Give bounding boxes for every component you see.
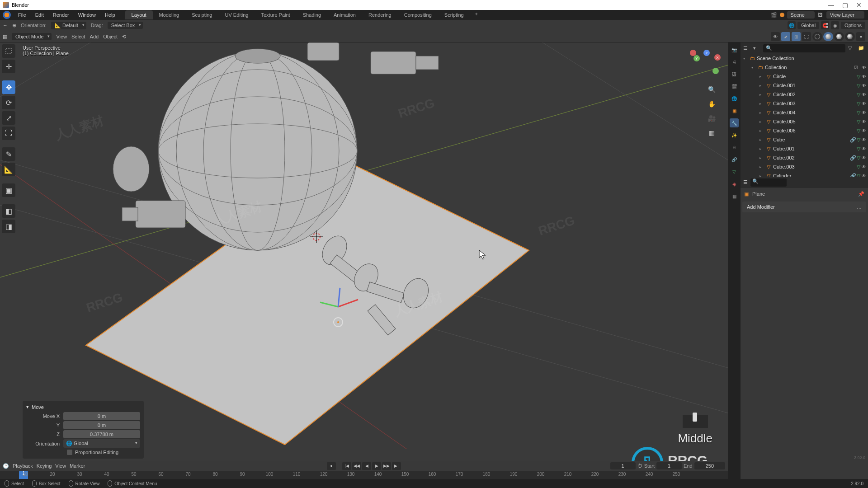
tool-extra-2[interactable]: ◨: [2, 220, 15, 233]
proportional-icon[interactable]: ◉: [831, 21, 839, 29]
tree-item[interactable]: ▸▽Circle.006▽👁: [741, 126, 868, 135]
autokey-icon[interactable]: ●: [327, 462, 336, 470]
zoom-icon[interactable]: 🔍: [707, 85, 716, 94]
select-visible-icon[interactable]: 👁: [771, 32, 780, 41]
axis-neg-y[interactable]: [712, 68, 719, 74]
shade-solid-button[interactable]: [823, 32, 833, 41]
tl-menu-marker[interactable]: Marker: [70, 463, 85, 469]
start-frame-field[interactable]: 1: [656, 462, 682, 469]
tl-menu-view[interactable]: View: [55, 463, 66, 469]
chevron-down-icon[interactable]: ▾: [26, 404, 29, 410]
shade-wireframe-button[interactable]: [812, 32, 822, 41]
tl-menu-keying[interactable]: Keying: [37, 463, 52, 469]
axis-y[interactable]: Y: [693, 55, 700, 61]
tool-add-cube[interactable]: ▣: [2, 183, 15, 197]
close-button[interactable]: ✕: [856, 1, 862, 9]
breadcrumb-obj-label[interactable]: Plane: [752, 191, 765, 197]
mode-dropdown[interactable]: Object Mode: [12, 33, 52, 40]
minimize-button[interactable]: —: [828, 1, 834, 9]
ortho-icon[interactable]: ▦: [707, 128, 716, 137]
ws-texpaint[interactable]: Texture Paint: [255, 10, 296, 19]
tl-menu-playback[interactable]: Playback: [13, 463, 33, 469]
ptab-mesh[interactable]: ▽: [730, 167, 739, 176]
current-frame-field[interactable]: 1: [610, 462, 636, 469]
jump-end-button[interactable]: ▶|: [392, 462, 401, 470]
outliner-filter-icon[interactable]: ▽: [848, 45, 855, 51]
vp-menu-view[interactable]: View: [56, 34, 67, 39]
add-modifier-dropdown[interactable]: Add Modifier: [742, 202, 866, 212]
tree-collection[interactable]: ▾🗀Collection☑👁: [741, 63, 868, 72]
gizmo-toggle-icon[interactable]: ⬈: [781, 32, 790, 41]
scene-icon[interactable]: 🎬: [771, 12, 777, 18]
ptab-texture[interactable]: ▦: [730, 192, 739, 201]
tree-item[interactable]: ▸▽Circle▽👁: [741, 72, 868, 81]
properties-search[interactable]: 🔍: [750, 178, 787, 187]
ptab-viewlayer[interactable]: 🖼: [730, 70, 739, 79]
tool-annotate[interactable]: ✎: [2, 147, 15, 161]
tree-scene-collection[interactable]: ▾🗀Scene Collection: [741, 54, 868, 63]
keyframe-icon[interactable]: ⏱: [637, 463, 642, 469]
timeline-type-icon[interactable]: 🕑: [3, 463, 9, 469]
move-x-field[interactable]: 0 m: [63, 412, 140, 420]
vp-menu-select[interactable]: Select: [71, 34, 85, 39]
move-z-field[interactable]: 0.37788 m: [63, 430, 140, 438]
tool-extra-1[interactable]: ◧: [2, 204, 15, 218]
camera-icon[interactable]: 🎥: [707, 114, 716, 123]
ws-sculpting[interactable]: Sculpting: [185, 10, 218, 19]
tool-select-box[interactable]: [2, 44, 15, 58]
ptab-material[interactable]: ◉: [730, 179, 739, 188]
outliner-type-icon[interactable]: ☰: [743, 45, 750, 51]
shading-options-icon[interactable]: ▾: [856, 32, 865, 41]
outliner-new-collection-icon[interactable]: 📁: [858, 45, 865, 51]
ptab-modifiers[interactable]: 🔧: [730, 118, 739, 127]
play-button[interactable]: ▶: [372, 462, 381, 470]
ptab-particles[interactable]: ✨: [730, 131, 739, 140]
tree-item[interactable]: ▸▽Cube.003▽👁: [741, 162, 868, 171]
play-reverse-button[interactable]: ◀: [362, 462, 371, 470]
options-button[interactable]: Options: [841, 22, 865, 29]
tree-item[interactable]: ▸▽Circle.002▽👁: [741, 90, 868, 99]
pan-icon[interactable]: ✋: [707, 99, 716, 108]
maximize-button[interactable]: ▢: [842, 1, 848, 9]
axis-z[interactable]: Z: [703, 50, 710, 56]
ws-shading[interactable]: Shading: [297, 10, 327, 19]
ws-rendering[interactable]: Rendering: [362, 10, 398, 19]
outliner-tree[interactable]: ▾🗀Scene Collection ▾🗀Collection☑👁 ▸▽Circ…: [741, 54, 868, 177]
axis-gizmo[interactable]: Z X Y: [690, 50, 717, 77]
shade-rendered-button[interactable]: [845, 32, 855, 41]
menu-edit[interactable]: Edit: [31, 12, 48, 18]
prev-key-button[interactable]: ◀◀: [352, 462, 361, 470]
pin-icon[interactable]: 📌: [858, 191, 864, 197]
menu-render[interactable]: Render: [48, 12, 74, 18]
ws-uvediting[interactable]: UV Editing: [218, 10, 255, 19]
ptab-scene[interactable]: 🎬: [730, 82, 739, 91]
xray-icon[interactable]: ⛶: [802, 32, 811, 41]
ws-layout[interactable]: Layout: [125, 10, 153, 19]
tool-cursor[interactable]: ✛: [2, 60, 15, 73]
jump-start-button[interactable]: |◀: [342, 462, 351, 470]
pivot-icon[interactable]: ⊕: [12, 23, 16, 28]
tool-scale[interactable]: ⤢: [2, 111, 15, 125]
ptab-object[interactable]: ▣: [730, 106, 739, 115]
outliner-search[interactable]: 🔍: [763, 44, 845, 52]
tool-move[interactable]: ✥: [2, 80, 15, 94]
tree-item[interactable]: ▸▽Circle.004▽👁: [741, 108, 868, 117]
orientation-dropdown[interactable]: 📐 Default: [51, 22, 86, 29]
move-y-field[interactable]: 0 m: [63, 421, 140, 429]
tool-rotate[interactable]: ⟳: [2, 96, 15, 109]
tree-item[interactable]: ▸▽Cube.002🔗▽👁: [741, 153, 868, 162]
global-button[interactable]: Global: [797, 22, 819, 29]
3d-viewport[interactable]: 人人素材 RRCG 人人素材 RRCG 人人素材 RRCG User Persp…: [0, 42, 728, 488]
shade-matprev-button[interactable]: [834, 32, 844, 41]
orientation-gizmo-icon[interactable]: ⟲: [122, 34, 126, 40]
scene-name-field[interactable]: Scene: [787, 11, 815, 19]
ws-scripting[interactable]: Scripting: [438, 10, 470, 19]
tree-item[interactable]: ▸▽Cube.001▽👁: [741, 144, 868, 153]
snap-icon[interactable]: ↔: [3, 23, 8, 28]
vp-menu-object[interactable]: Object: [103, 34, 118, 39]
snap-toggle-icon[interactable]: 🧲: [821, 21, 829, 29]
transform-orientation-icon[interactable]: 🌐: [788, 21, 796, 29]
ptab-render[interactable]: 📷: [730, 45, 739, 54]
viewlayer-field[interactable]: View Layer: [826, 11, 864, 19]
editor-type-icon[interactable]: ▦: [3, 34, 7, 40]
